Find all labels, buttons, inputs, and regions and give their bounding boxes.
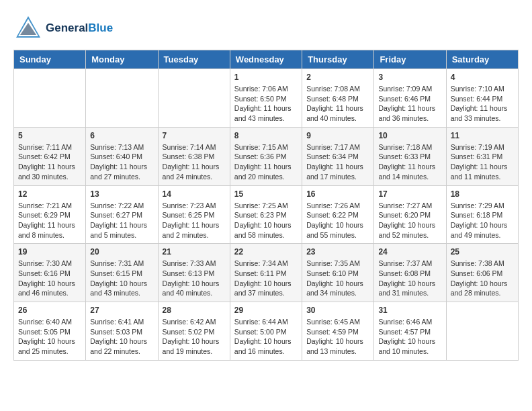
day-info: Sunrise: 7:35 AMSunset: 6:10 PMDaylight:…: [306, 259, 369, 298]
calendar-cell: 22Sunrise: 7:34 AMSunset: 6:11 PMDayligh…: [230, 244, 302, 302]
calendar-cell: 21Sunrise: 7:33 AMSunset: 6:13 PMDayligh…: [158, 244, 230, 302]
day-number: 30: [306, 306, 369, 315]
day-number: 23: [306, 247, 369, 257]
calendar-cell: 24Sunrise: 7:37 AMSunset: 6:08 PMDayligh…: [374, 244, 446, 302]
calendar-cell: 23Sunrise: 7:35 AMSunset: 6:10 PMDayligh…: [302, 244, 374, 302]
calendar-cell: 31Sunrise: 6:46 AMSunset: 4:57 PMDayligh…: [374, 302, 446, 361]
day-number: 26: [18, 306, 81, 315]
day-info: Sunrise: 7:29 AMSunset: 6:18 PMDaylight:…: [451, 201, 514, 240]
column-header-wednesday: Wednesday: [230, 50, 302, 69]
calendar-week-row: 19Sunrise: 7:30 AMSunset: 6:16 PMDayligh…: [14, 244, 519, 302]
day-number: 29: [234, 306, 298, 315]
logo: General Blue: [13, 13, 113, 43]
day-info: Sunrise: 6:42 AMSunset: 5:02 PMDaylight:…: [163, 317, 226, 357]
day-number: 20: [90, 247, 153, 257]
calendar-cell: 6Sunrise: 7:13 AMSunset: 6:40 PMDaylight…: [86, 127, 158, 185]
calendar-cell: 25Sunrise: 7:38 AMSunset: 6:06 PMDayligh…: [446, 244, 518, 302]
day-number: 27: [90, 306, 153, 315]
calendar-cell: [158, 69, 230, 128]
day-info: Sunrise: 7:31 AMSunset: 6:15 PMDaylight:…: [90, 259, 153, 298]
calendar-week-row: 12Sunrise: 7:21 AMSunset: 6:29 PMDayligh…: [14, 185, 519, 244]
day-number: 2: [306, 73, 369, 82]
day-info: Sunrise: 7:17 AMSunset: 6:34 PMDaylight:…: [306, 142, 369, 182]
day-number: 8: [234, 131, 298, 140]
day-info: Sunrise: 7:09 AMSunset: 6:46 PMDaylight:…: [378, 84, 441, 124]
day-number: 16: [306, 189, 369, 199]
day-number: 10: [378, 131, 441, 140]
day-number: 9: [306, 131, 369, 140]
day-number: 14: [163, 189, 226, 199]
calendar-week-row: 1Sunrise: 7:06 AMSunset: 6:50 PMDaylight…: [14, 69, 519, 128]
column-header-thursday: Thursday: [302, 50, 374, 69]
day-number: 25: [451, 247, 514, 257]
calendar-cell: [14, 69, 86, 128]
day-info: Sunrise: 7:11 AMSunset: 6:42 PMDaylight:…: [18, 142, 81, 182]
day-number: 7: [163, 131, 226, 140]
calendar-header-row: SundayMondayTuesdayWednesdayThursdayFrid…: [14, 50, 519, 69]
calendar-week-row: 26Sunrise: 6:40 AMSunset: 5:05 PMDayligh…: [14, 302, 519, 361]
day-number: 15: [234, 189, 298, 199]
day-info: Sunrise: 7:18 AMSunset: 6:33 PMDaylight:…: [378, 142, 441, 182]
day-info: Sunrise: 6:44 AMSunset: 5:00 PMDaylight:…: [234, 317, 298, 357]
calendar-cell: 17Sunrise: 7:27 AMSunset: 6:20 PMDayligh…: [374, 185, 446, 244]
calendar-cell: 27Sunrise: 6:41 AMSunset: 5:03 PMDayligh…: [86, 302, 158, 361]
calendar-cell: [446, 302, 518, 361]
day-info: Sunrise: 7:15 AMSunset: 6:36 PMDaylight:…: [234, 142, 298, 182]
calendar-cell: 11Sunrise: 7:19 AMSunset: 6:31 PMDayligh…: [446, 127, 518, 185]
day-info: Sunrise: 6:45 AMSunset: 4:59 PMDaylight:…: [306, 317, 369, 357]
logo-general: General: [46, 21, 88, 35]
day-info: Sunrise: 6:40 AMSunset: 5:05 PMDaylight:…: [18, 317, 81, 357]
calendar-cell: 12Sunrise: 7:21 AMSunset: 6:29 PMDayligh…: [14, 185, 86, 244]
day-number: 3: [378, 73, 441, 82]
logo-blue: Blue: [88, 21, 113, 35]
day-number: 13: [90, 189, 153, 199]
calendar-cell: 14Sunrise: 7:23 AMSunset: 6:25 PMDayligh…: [158, 185, 230, 244]
calendar-body: 1Sunrise: 7:06 AMSunset: 6:50 PMDaylight…: [14, 69, 519, 361]
day-number: 19: [18, 247, 81, 257]
day-number: 31: [378, 306, 441, 315]
logo-icon: [13, 13, 43, 43]
day-number: 1: [234, 73, 298, 82]
calendar-cell: 16Sunrise: 7:26 AMSunset: 6:22 PMDayligh…: [302, 185, 374, 244]
calendar-cell: 19Sunrise: 7:30 AMSunset: 6:16 PMDayligh…: [14, 244, 86, 302]
day-info: Sunrise: 7:26 AMSunset: 6:22 PMDaylight:…: [306, 201, 369, 240]
calendar-cell: 2Sunrise: 7:08 AMSunset: 6:48 PMDaylight…: [302, 69, 374, 128]
day-info: Sunrise: 7:06 AMSunset: 6:50 PMDaylight:…: [234, 84, 298, 124]
day-info: Sunrise: 7:33 AMSunset: 6:13 PMDaylight:…: [163, 259, 226, 298]
calendar-cell: 5Sunrise: 7:11 AMSunset: 6:42 PMDaylight…: [14, 127, 86, 185]
day-number: 17: [378, 189, 441, 199]
calendar-cell: 3Sunrise: 7:09 AMSunset: 6:46 PMDaylight…: [374, 69, 446, 128]
calendar-cell: 8Sunrise: 7:15 AMSunset: 6:36 PMDaylight…: [230, 127, 302, 185]
calendar-cell: 18Sunrise: 7:29 AMSunset: 6:18 PMDayligh…: [446, 185, 518, 244]
day-info: Sunrise: 7:25 AMSunset: 6:23 PMDaylight:…: [234, 201, 298, 240]
calendar-cell: 28Sunrise: 6:42 AMSunset: 5:02 PMDayligh…: [158, 302, 230, 361]
calendar-cell: 7Sunrise: 7:14 AMSunset: 6:38 PMDaylight…: [158, 127, 230, 185]
calendar-cell: 15Sunrise: 7:25 AMSunset: 6:23 PMDayligh…: [230, 185, 302, 244]
day-number: 6: [90, 131, 153, 140]
calendar-cell: 30Sunrise: 6:45 AMSunset: 4:59 PMDayligh…: [302, 302, 374, 361]
day-info: Sunrise: 7:08 AMSunset: 6:48 PMDaylight:…: [306, 84, 369, 124]
day-info: Sunrise: 7:22 AMSunset: 6:27 PMDaylight:…: [90, 201, 153, 240]
day-info: Sunrise: 7:30 AMSunset: 6:16 PMDaylight:…: [18, 259, 81, 298]
column-header-sunday: Sunday: [14, 50, 86, 69]
day-info: Sunrise: 7:23 AMSunset: 6:25 PMDaylight:…: [163, 201, 226, 240]
day-info: Sunrise: 7:27 AMSunset: 6:20 PMDaylight:…: [378, 201, 441, 240]
day-info: Sunrise: 7:19 AMSunset: 6:31 PMDaylight:…: [451, 142, 514, 182]
calendar-cell: 10Sunrise: 7:18 AMSunset: 6:33 PMDayligh…: [374, 127, 446, 185]
day-number: 11: [451, 131, 514, 140]
calendar-cell: 13Sunrise: 7:22 AMSunset: 6:27 PMDayligh…: [86, 185, 158, 244]
day-number: 12: [18, 189, 81, 199]
day-number: 21: [163, 247, 226, 257]
day-number: 18: [451, 189, 514, 199]
calendar-cell: 1Sunrise: 7:06 AMSunset: 6:50 PMDaylight…: [230, 69, 302, 128]
column-header-tuesday: Tuesday: [158, 50, 230, 69]
calendar-cell: 29Sunrise: 6:44 AMSunset: 5:00 PMDayligh…: [230, 302, 302, 361]
column-header-monday: Monday: [86, 50, 158, 69]
calendar-week-row: 5Sunrise: 7:11 AMSunset: 6:42 PMDaylight…: [14, 127, 519, 185]
day-info: Sunrise: 7:10 AMSunset: 6:44 PMDaylight:…: [451, 84, 514, 124]
day-info: Sunrise: 6:46 AMSunset: 4:57 PMDaylight:…: [378, 317, 441, 357]
day-number: 28: [163, 306, 226, 315]
day-info: Sunrise: 7:34 AMSunset: 6:11 PMDaylight:…: [234, 259, 298, 298]
day-info: Sunrise: 7:21 AMSunset: 6:29 PMDaylight:…: [18, 201, 81, 240]
calendar-cell: 26Sunrise: 6:40 AMSunset: 5:05 PMDayligh…: [14, 302, 86, 361]
